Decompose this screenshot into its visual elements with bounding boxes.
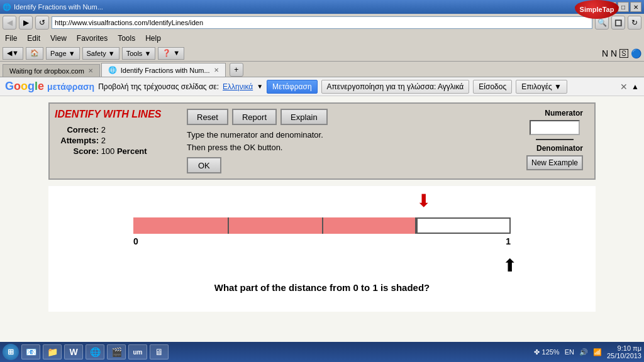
folder-icon: 📁 xyxy=(47,347,57,357)
menu-favorites[interactable]: Favorites xyxy=(77,34,108,43)
toolbar-safety[interactable]: Safety ▼ xyxy=(82,47,119,60)
translate-button[interactable]: Μετάφραση xyxy=(267,80,317,94)
screen-icon: 🖥 xyxy=(154,347,164,357)
toolbar-tools[interactable]: Tools ▼ xyxy=(122,47,156,60)
tick-2 xyxy=(322,217,323,234)
menu-help[interactable]: Help xyxy=(145,34,161,43)
denominator-label: Denominator xyxy=(536,144,583,153)
explain-button[interactable]: Explain xyxy=(280,109,328,125)
maximize-button[interactable]: □ xyxy=(618,2,629,12)
content-wrapper: IDENTIFY WITH LINES Correct: 2 Attempts:… xyxy=(48,102,596,336)
back-button[interactable]: ◀ xyxy=(3,16,16,30)
toolbar-icons: N N 🅂 🔵 xyxy=(602,48,641,58)
correct-value: 2 xyxy=(101,125,106,134)
close-button[interactable]: ✕ xyxy=(630,2,641,12)
menu-bar: File Edit View Favorites Tools Help xyxy=(0,31,644,45)
new-example-button[interactable]: New Example xyxy=(526,155,583,170)
number-line-filled xyxy=(133,217,416,234)
new-tab-button[interactable]: + xyxy=(230,63,243,77)
unity-icon: um xyxy=(133,347,143,357)
compat-button[interactable]: 🔲 xyxy=(611,16,625,30)
tabs-bar: Waiting for dropbox.com ✕ 🌐 Identify Fra… xyxy=(0,62,644,77)
tab-dropbox[interactable]: Waiting for dropbox.com ✕ xyxy=(3,64,100,77)
menu-file[interactable]: File xyxy=(5,34,17,43)
forward-button[interactable]: ▶ xyxy=(19,16,33,30)
zoom-indicator: ✤ 125% xyxy=(534,348,559,356)
tick-1 xyxy=(228,217,229,234)
quiz-instruction: Type the numerator and denominator. Then… xyxy=(187,129,514,153)
toolbar-page[interactable]: Page ▼ xyxy=(46,47,80,60)
down-arrow-red: ⬇ xyxy=(416,192,431,210)
ie-icon: 🌐 xyxy=(90,347,100,357)
translate-language-link[interactable]: Ελληνικά xyxy=(223,82,253,91)
toolbar-home[interactable]: 🏠 xyxy=(26,47,43,60)
start-button[interactable]: ⊞ xyxy=(3,344,19,360)
outlook-icon: 📧 xyxy=(26,347,36,357)
tab-dropbox-close[interactable]: ✕ xyxy=(88,67,93,74)
tab-identify-label: Identify Fractions with Num... xyxy=(121,67,210,74)
quiz-center: Reset Report Explain Type the numerator … xyxy=(187,109,514,173)
taskbar-ie[interactable]: 🌐 xyxy=(86,344,104,359)
translate-bar: Google μετάφραση Προβολή της τρέχουσας σ… xyxy=(0,77,644,96)
menu-edit[interactable]: Edit xyxy=(27,34,40,43)
taskbar-unity[interactable]: um xyxy=(128,344,147,359)
toolbar-back[interactable]: ◀▼ xyxy=(3,47,23,60)
percent-label: Percent xyxy=(117,146,147,156)
navigation-bar: ◀ ▶ ↺ http://www.visualfractions.com/Ide… xyxy=(0,14,644,31)
tab-dropbox-label: Waiting for dropbox.com xyxy=(9,67,84,75)
correct-label: Correct: xyxy=(55,125,99,134)
options-button[interactable]: Επιλογές ▼ xyxy=(516,80,567,94)
number-line-container: 0 1 xyxy=(133,211,511,236)
attempts-value: 2 xyxy=(101,136,106,145)
up-arrow-black: ⬆ xyxy=(502,255,517,276)
score-label: Score: xyxy=(55,146,99,156)
taskbar-screen[interactable]: 🖥 xyxy=(150,344,169,359)
report-button[interactable]: Report xyxy=(232,109,277,125)
quiz-stats: Correct: 2 Attempts: 2 Score: 100 Percen… xyxy=(55,125,180,156)
dropdown-icon[interactable]: ▼ xyxy=(257,83,263,90)
media-icon: 🎬 xyxy=(111,347,121,357)
toolbar-help[interactable]: ❓ ▼ xyxy=(158,47,184,60)
volume-icon: 🔊 xyxy=(579,348,588,356)
attempts-label: Attempts: xyxy=(55,136,99,145)
quiz-title: IDENTIFY WITH LINES xyxy=(55,109,180,120)
inner-page: IDENTIFY WITH LINES Correct: 2 Attempts:… xyxy=(0,96,644,342)
disable-translate-button[interactable]: Απενεργοποίηση για τη γλώσσα: Αγγλικά xyxy=(321,80,470,94)
title-bar: 🌐 Identify Fractions with Num... xyxy=(3,3,103,11)
tab-identify[interactable]: 🌐 Identify Fractions with Num... ✕ xyxy=(101,63,226,77)
refresh2-button[interactable]: ↻ xyxy=(628,16,641,30)
refresh-button[interactable]: ↺ xyxy=(35,16,49,30)
quiz-left: IDENTIFY WITH LINES Correct: 2 Attempts:… xyxy=(55,109,180,173)
network-icon: 📶 xyxy=(593,348,602,356)
browser-icon: 🌐 xyxy=(3,3,11,11)
label-zero: 0 xyxy=(133,236,138,246)
url-text: http://www.visualfractions.com/IdentifyL… xyxy=(55,19,203,26)
taskbar-word[interactable]: W xyxy=(64,344,83,359)
clock-time: 9:10 πμ xyxy=(607,344,641,352)
taskbar-right: ✤ 125% EN 🔊 📶 9:10 πμ 25/10/2013 xyxy=(534,344,641,359)
arrow-container: ⬇ xyxy=(140,192,517,211)
reset-button[interactable]: Reset xyxy=(187,109,228,125)
login-button[interactable]: Είσοδος xyxy=(473,80,512,94)
ok-button[interactable]: OK xyxy=(187,157,221,173)
taskbar-media[interactable]: 🎬 xyxy=(107,344,126,359)
page-area: IDENTIFY WITH LINES Correct: 2 Attempts:… xyxy=(0,96,644,342)
translate-expand-button[interactable]: ▲ xyxy=(631,82,639,91)
label-one: 1 xyxy=(506,236,511,246)
tab-identify-close[interactable]: ✕ xyxy=(214,67,219,74)
numerator-label: Numerator xyxy=(545,109,583,118)
number-line-section: ⬇ 0 1 xyxy=(48,186,596,312)
window-title: Identify Fractions with Num... xyxy=(14,3,103,11)
taskbar-outlook[interactable]: 📧 xyxy=(21,344,40,359)
taskbar-clock: 9:10 πμ 25/10/2013 xyxy=(607,344,641,359)
question-text: What part of the distance from 0 to 1 is… xyxy=(214,282,430,293)
fraction-line xyxy=(536,139,574,140)
numerator-input[interactable] xyxy=(530,120,580,135)
translate-close-button[interactable]: ✕ xyxy=(620,82,628,92)
address-bar[interactable]: http://www.visualfractions.com/IdentifyL… xyxy=(52,16,592,29)
menu-view[interactable]: View xyxy=(50,34,67,43)
menu-tools[interactable]: Tools xyxy=(118,34,135,43)
word-icon: W xyxy=(69,347,79,357)
taskbar-folder[interactable]: 📁 xyxy=(43,344,62,359)
correct-row: Correct: 2 xyxy=(55,125,180,134)
